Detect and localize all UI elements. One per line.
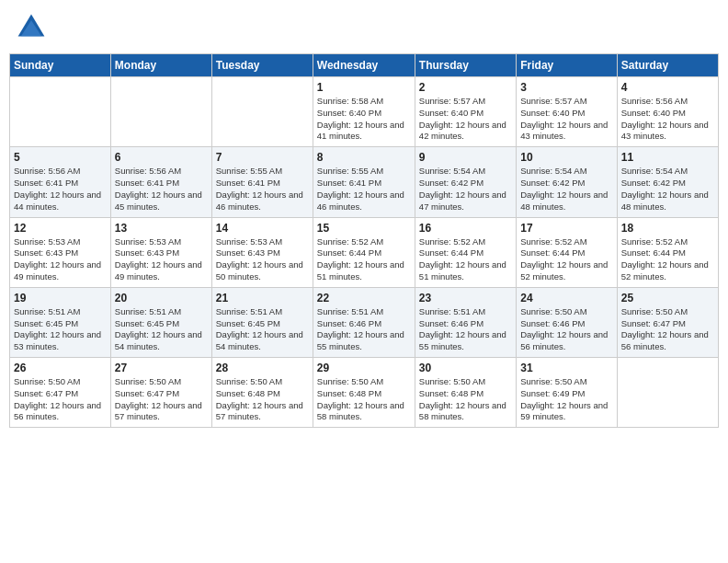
calendar-week-row: 19Sunrise: 5:51 AM Sunset: 6:45 PM Dayli… bbox=[10, 287, 719, 357]
day-info: Sunrise: 5:51 AM Sunset: 6:45 PM Dayligh… bbox=[216, 306, 309, 353]
day-info: Sunrise: 5:57 AM Sunset: 6:40 PM Dayligh… bbox=[520, 96, 612, 143]
calendar-week-row: 5Sunrise: 5:56 AM Sunset: 6:41 PM Daylig… bbox=[10, 147, 719, 217]
weekday-header: Tuesday bbox=[211, 54, 313, 77]
day-number: 5 bbox=[14, 151, 107, 164]
calendar-cell: 19Sunrise: 5:51 AM Sunset: 6:45 PM Dayli… bbox=[10, 287, 111, 357]
day-number: 1 bbox=[317, 81, 411, 94]
day-info: Sunrise: 5:55 AM Sunset: 6:41 PM Dayligh… bbox=[317, 166, 411, 213]
day-number: 24 bbox=[520, 292, 612, 304]
day-info: Sunrise: 5:58 AM Sunset: 6:40 PM Dayligh… bbox=[317, 96, 411, 143]
weekday-header: Sunday bbox=[10, 54, 111, 77]
calendar-cell: 3Sunrise: 5:57 AM Sunset: 6:40 PM Daylig… bbox=[517, 77, 617, 147]
day-info: Sunrise: 5:56 AM Sunset: 6:40 PM Dayligh… bbox=[621, 96, 714, 143]
day-number: 4 bbox=[621, 81, 714, 94]
calendar-cell: 31Sunrise: 5:50 AM Sunset: 6:49 PM Dayli… bbox=[517, 358, 617, 428]
calendar-cell: 13Sunrise: 5:53 AM Sunset: 6:43 PM Dayli… bbox=[110, 217, 211, 287]
day-info: Sunrise: 5:50 AM Sunset: 6:48 PM Dayligh… bbox=[216, 376, 309, 423]
day-info: Sunrise: 5:51 AM Sunset: 6:46 PM Dayligh… bbox=[419, 306, 512, 353]
day-info: Sunrise: 5:53 AM Sunset: 6:43 PM Dayligh… bbox=[216, 236, 309, 283]
day-info: Sunrise: 5:50 AM Sunset: 6:49 PM Dayligh… bbox=[520, 376, 612, 423]
calendar-cell: 6Sunrise: 5:56 AM Sunset: 6:41 PM Daylig… bbox=[110, 147, 211, 217]
weekday-header: Thursday bbox=[415, 54, 516, 77]
day-number: 14 bbox=[216, 222, 309, 235]
day-info: Sunrise: 5:50 AM Sunset: 6:47 PM Dayligh… bbox=[115, 376, 208, 423]
day-info: Sunrise: 5:50 AM Sunset: 6:47 PM Dayligh… bbox=[14, 376, 107, 423]
day-number: 30 bbox=[419, 362, 512, 374]
calendar-cell: 27Sunrise: 5:50 AM Sunset: 6:47 PM Dayli… bbox=[110, 358, 211, 428]
day-info: Sunrise: 5:54 AM Sunset: 6:42 PM Dayligh… bbox=[419, 166, 512, 213]
day-info: Sunrise: 5:52 AM Sunset: 6:44 PM Dayligh… bbox=[621, 236, 714, 283]
calendar-cell: 5Sunrise: 5:56 AM Sunset: 6:41 PM Daylig… bbox=[10, 147, 111, 217]
day-info: Sunrise: 5:52 AM Sunset: 6:44 PM Dayligh… bbox=[419, 236, 512, 283]
calendar-cell: 24Sunrise: 5:50 AM Sunset: 6:46 PM Dayli… bbox=[517, 287, 617, 357]
calendar-cell: 23Sunrise: 5:51 AM Sunset: 6:46 PM Dayli… bbox=[415, 287, 516, 357]
calendar-cell bbox=[617, 358, 718, 428]
day-number: 26 bbox=[14, 362, 107, 374]
calendar-cell: 15Sunrise: 5:52 AM Sunset: 6:44 PM Dayli… bbox=[313, 217, 415, 287]
day-info: Sunrise: 5:54 AM Sunset: 6:42 PM Dayligh… bbox=[520, 166, 612, 213]
day-number: 6 bbox=[115, 151, 208, 164]
day-number: 10 bbox=[520, 151, 612, 164]
day-number: 21 bbox=[216, 292, 309, 304]
day-number: 22 bbox=[317, 292, 411, 304]
calendar-cell: 14Sunrise: 5:53 AM Sunset: 6:43 PM Dayli… bbox=[211, 217, 313, 287]
calendar-cell: 20Sunrise: 5:51 AM Sunset: 6:45 PM Dayli… bbox=[110, 287, 211, 357]
calendar-cell: 8Sunrise: 5:55 AM Sunset: 6:41 PM Daylig… bbox=[313, 147, 415, 217]
day-info: Sunrise: 5:56 AM Sunset: 6:41 PM Dayligh… bbox=[115, 166, 208, 213]
weekday-header: Saturday bbox=[617, 54, 718, 77]
calendar-week-row: 1Sunrise: 5:58 AM Sunset: 6:40 PM Daylig… bbox=[10, 77, 719, 147]
calendar-cell: 22Sunrise: 5:51 AM Sunset: 6:46 PM Dayli… bbox=[313, 287, 415, 357]
day-number: 31 bbox=[520, 362, 612, 374]
day-number: 18 bbox=[621, 222, 714, 235]
day-info: Sunrise: 5:51 AM Sunset: 6:45 PM Dayligh… bbox=[14, 306, 107, 353]
day-info: Sunrise: 5:57 AM Sunset: 6:40 PM Dayligh… bbox=[419, 96, 512, 143]
day-info: Sunrise: 5:50 AM Sunset: 6:48 PM Dayligh… bbox=[317, 376, 411, 423]
day-number: 11 bbox=[621, 151, 714, 164]
calendar-cell: 25Sunrise: 5:50 AM Sunset: 6:47 PM Dayli… bbox=[617, 287, 718, 357]
day-info: Sunrise: 5:53 AM Sunset: 6:43 PM Dayligh… bbox=[115, 236, 208, 283]
calendar-cell: 12Sunrise: 5:53 AM Sunset: 6:43 PM Dayli… bbox=[10, 217, 111, 287]
day-info: Sunrise: 5:53 AM Sunset: 6:43 PM Dayligh… bbox=[14, 236, 107, 283]
day-number: 25 bbox=[621, 292, 714, 304]
day-info: Sunrise: 5:50 AM Sunset: 6:46 PM Dayligh… bbox=[520, 306, 612, 353]
day-info: Sunrise: 5:52 AM Sunset: 6:44 PM Dayligh… bbox=[317, 236, 411, 283]
day-number: 16 bbox=[419, 222, 512, 235]
calendar-header-row: SundayMondayTuesdayWednesdayThursdayFrid… bbox=[10, 54, 719, 77]
day-number: 19 bbox=[14, 292, 107, 304]
calendar-cell: 30Sunrise: 5:50 AM Sunset: 6:48 PM Dayli… bbox=[415, 358, 516, 428]
day-info: Sunrise: 5:56 AM Sunset: 6:41 PM Dayligh… bbox=[14, 166, 107, 213]
calendar-cell: 10Sunrise: 5:54 AM Sunset: 6:42 PM Dayli… bbox=[517, 147, 617, 217]
weekday-header: Monday bbox=[110, 54, 211, 77]
day-number: 2 bbox=[419, 81, 512, 94]
calendar-cell: 16Sunrise: 5:52 AM Sunset: 6:44 PM Dayli… bbox=[415, 217, 516, 287]
calendar-cell: 28Sunrise: 5:50 AM Sunset: 6:48 PM Dayli… bbox=[211, 358, 313, 428]
day-number: 29 bbox=[317, 362, 411, 374]
weekday-header: Friday bbox=[517, 54, 617, 77]
day-number: 3 bbox=[520, 81, 612, 94]
day-info: Sunrise: 5:51 AM Sunset: 6:45 PM Dayligh… bbox=[115, 306, 208, 353]
calendar-cell: 18Sunrise: 5:52 AM Sunset: 6:44 PM Dayli… bbox=[617, 217, 718, 287]
calendar-cell: 21Sunrise: 5:51 AM Sunset: 6:45 PM Dayli… bbox=[211, 287, 313, 357]
day-info: Sunrise: 5:52 AM Sunset: 6:44 PM Dayligh… bbox=[520, 236, 612, 283]
calendar-table: SundayMondayTuesdayWednesdayThursdayFrid… bbox=[9, 53, 719, 428]
calendar-cell bbox=[110, 77, 211, 147]
calendar-cell: 7Sunrise: 5:55 AM Sunset: 6:41 PM Daylig… bbox=[211, 147, 313, 217]
day-info: Sunrise: 5:51 AM Sunset: 6:46 PM Dayligh… bbox=[317, 306, 411, 353]
calendar-week-row: 12Sunrise: 5:53 AM Sunset: 6:43 PM Dayli… bbox=[10, 217, 719, 287]
calendar-week-row: 26Sunrise: 5:50 AM Sunset: 6:47 PM Dayli… bbox=[10, 358, 719, 428]
weekday-header: Wednesday bbox=[313, 54, 415, 77]
day-number: 12 bbox=[14, 222, 107, 235]
calendar-cell: 9Sunrise: 5:54 AM Sunset: 6:42 PM Daylig… bbox=[415, 147, 516, 217]
day-info: Sunrise: 5:54 AM Sunset: 6:42 PM Dayligh… bbox=[621, 166, 714, 213]
day-info: Sunrise: 5:50 AM Sunset: 6:47 PM Dayligh… bbox=[621, 306, 714, 353]
calendar-cell bbox=[10, 77, 111, 147]
day-number: 28 bbox=[216, 362, 309, 374]
day-number: 8 bbox=[317, 151, 411, 164]
calendar-cell: 26Sunrise: 5:50 AM Sunset: 6:47 PM Dayli… bbox=[10, 358, 111, 428]
calendar-cell: 4Sunrise: 5:56 AM Sunset: 6:40 PM Daylig… bbox=[617, 77, 718, 147]
calendar-cell: 11Sunrise: 5:54 AM Sunset: 6:42 PM Dayli… bbox=[617, 147, 718, 217]
day-number: 23 bbox=[419, 292, 512, 304]
day-number: 13 bbox=[115, 222, 208, 235]
day-number: 15 bbox=[317, 222, 411, 235]
day-number: 17 bbox=[520, 222, 612, 235]
